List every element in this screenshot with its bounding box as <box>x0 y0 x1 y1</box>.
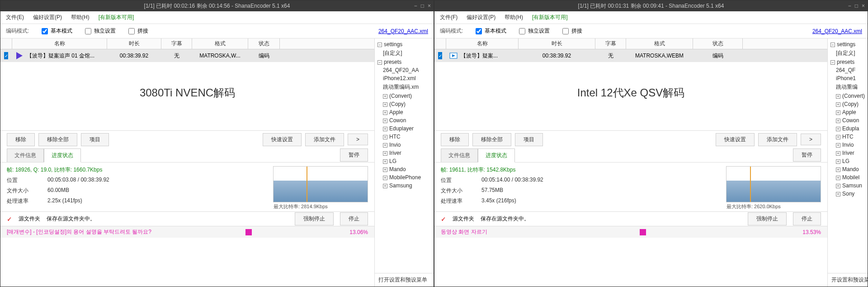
mode-indep[interactable]: 独立设置 <box>85 27 116 35</box>
remove-button[interactable]: 移除 <box>7 133 35 146</box>
addfile-button[interactable]: 添加文件 <box>758 133 797 146</box>
tree-apple[interactable]: +Apple <box>376 108 433 116</box>
tree-mando[interactable]: +Mando <box>829 165 867 173</box>
tree-recode[interactable]: 跳动重编 <box>829 82 867 92</box>
tree-samsung[interactable]: +Samsung <box>376 182 433 190</box>
menu-help[interactable]: 帮助(H) <box>505 14 523 21</box>
tree-eduplayer[interactable]: +Eduplayer <box>376 124 433 133</box>
remove-button[interactable]: 移除 <box>441 133 469 146</box>
src-folder-label[interactable]: 源文件夹 <box>19 215 40 223</box>
mode-indep[interactable]: 独立设置 <box>519 27 550 35</box>
row-checkbox[interactable]: ✓ <box>438 52 442 59</box>
tree-lg[interactable]: +LG <box>376 157 433 165</box>
force-stop-button[interactable]: 强制停止 <box>748 212 787 225</box>
tree-convert[interactable]: +(Convert) <box>829 92 867 100</box>
menu-preferences[interactable]: 偏好设置(P) <box>33 14 62 21</box>
tree-cowon[interactable]: +Cowon <box>829 116 867 124</box>
tree-mobilephone[interactable]: +MobileI <box>829 173 867 182</box>
quickset-button[interactable]: 快速设置 <box>716 133 755 146</box>
tree-lg[interactable]: +LG <box>829 157 867 165</box>
col-name[interactable]: 名称 <box>446 38 519 49</box>
tree-custom[interactable]: [自定义] <box>829 48 867 58</box>
close-icon[interactable]: × <box>428 3 431 9</box>
stop-button[interactable]: 停止 <box>340 212 368 225</box>
mode-concat-checkbox[interactable] <box>562 28 569 34</box>
mode-basic[interactable]: 基本模式 <box>476 27 506 35</box>
quickset-button[interactable]: 快速设置 <box>263 133 302 146</box>
open-settings-button[interactable]: 开设置和预设菜单 <box>828 273 868 287</box>
col-duration[interactable]: 时长 <box>519 38 595 49</box>
tree-mobilephone[interactable]: +MobilePhone <box>376 173 433 182</box>
table-row[interactable]: ✓ 【波导】疑案追声 01 金馆... 00:38:39.92 无 MATROS… <box>0 49 374 62</box>
col-format[interactable]: 格式 <box>626 38 693 49</box>
tab-fileinfo[interactable]: 文件信息 <box>7 148 44 162</box>
minimize-icon[interactable]: − <box>848 3 851 9</box>
menu-preferences[interactable]: 偏好设置(P) <box>467 14 495 21</box>
tree-copy[interactable]: +(Copy) <box>376 100 433 108</box>
tree-copy[interactable]: +(Copy) <box>829 100 867 108</box>
minimize-icon[interactable]: − <box>414 3 417 9</box>
tree-264[interactable]: 264_QF20_AA <box>376 66 433 74</box>
tree-apple[interactable]: +Apple <box>829 108 867 116</box>
tree-recode[interactable]: 跳动重编码.xm <box>376 82 433 92</box>
pause-button[interactable]: 暂停 <box>793 148 821 162</box>
maximize-icon[interactable]: □ <box>421 3 424 9</box>
project-button[interactable]: 项目 <box>81 133 109 146</box>
preset-link[interactable]: 264_QF20_AAC.xml <box>812 28 862 34</box>
tree-sony[interactable]: +Sony <box>829 190 867 198</box>
menu-help[interactable]: 帮助(H) <box>71 14 90 21</box>
col-status[interactable]: 状态 <box>693 38 743 49</box>
tree-presets[interactable]: −presets <box>376 58 433 66</box>
tree-convert[interactable]: +(Convert) <box>376 92 433 100</box>
table-row[interactable]: ✓ 【波导】疑案... 00:38:39.92 无 MATROSKA,WEBM … <box>434 49 827 62</box>
pause-button[interactable]: 暂停 <box>340 148 368 162</box>
removeall-button[interactable]: 移除全部 <box>38 133 77 146</box>
mode-concat-checkbox[interactable] <box>128 28 135 34</box>
maximize-icon[interactable]: □ <box>855 3 858 9</box>
menu-update[interactable]: [有新版本可用] <box>99 14 134 21</box>
tree-iriver[interactable]: +Iriver <box>829 149 867 157</box>
col-format[interactable]: 格式 <box>192 38 248 49</box>
col-duration[interactable]: 时长 <box>107 38 161 49</box>
tree-iphone[interactable]: iPhone12.xml <box>376 74 433 82</box>
stop-button[interactable]: 停止 <box>793 212 821 225</box>
menu-file[interactable]: 文件(F) <box>440 14 458 21</box>
mode-indep-checkbox[interactable] <box>519 28 525 34</box>
menu-file[interactable]: 文件(E) <box>6 14 24 21</box>
mode-basic-checkbox[interactable] <box>42 28 48 34</box>
preset-link[interactable]: 264_QF20_AAC.xml <box>378 28 428 34</box>
tree-mando[interactable]: +Mando <box>376 165 433 173</box>
menu-update[interactable]: [有新版本可用] <box>532 14 568 21</box>
col-subtitle[interactable]: 字幕 <box>595 38 626 49</box>
removeall-button[interactable]: 移除全部 <box>472 133 511 146</box>
tree-iphone[interactable]: iPhone1 <box>829 74 867 82</box>
tree-invio[interactable]: +Invio <box>376 141 433 149</box>
tab-progress[interactable]: 进度状态 <box>478 148 515 163</box>
addfile-arrow-button[interactable]: > <box>801 134 821 145</box>
tree-htc[interactable]: +HTC <box>829 133 867 141</box>
force-stop-button[interactable]: 强制停止 <box>295 212 334 225</box>
open-settings-button[interactable]: 打开设置和预设菜单 <box>375 273 434 287</box>
mode-basic-checkbox[interactable] <box>476 28 482 34</box>
tree-htc[interactable]: +HTC <box>376 133 433 141</box>
tree-presets[interactable]: −presets <box>829 58 867 66</box>
col-status[interactable]: 状态 <box>248 38 280 49</box>
mode-concat[interactable]: 拼接 <box>562 27 582 35</box>
tab-progress[interactable]: 进度状态 <box>44 148 81 163</box>
tree-invio[interactable]: +Invio <box>829 141 867 149</box>
tree-264[interactable]: 264_QF <box>829 66 867 74</box>
src-folder-label[interactable]: 源文件夹 <box>453 215 474 223</box>
project-button[interactable]: 项目 <box>515 133 543 146</box>
col-name[interactable]: 名称 <box>12 38 107 49</box>
addfile-arrow-button[interactable]: > <box>348 134 368 145</box>
tree-settings[interactable]: −settings <box>829 40 867 48</box>
tree-custom[interactable]: [自定义] <box>376 48 433 58</box>
col-subtitle[interactable]: 字幕 <box>161 38 192 49</box>
tab-fileinfo[interactable]: 文件信息 <box>441 148 478 162</box>
tree-iriver[interactable]: +Iriver <box>376 149 433 157</box>
tree-samsung[interactable]: +Samsun <box>829 182 867 190</box>
addfile-button[interactable]: 添加文件 <box>305 133 344 146</box>
close-icon[interactable]: × <box>862 3 865 9</box>
tree-cowon[interactable]: +Cowon <box>376 116 433 124</box>
mode-indep-checkbox[interactable] <box>85 28 91 34</box>
